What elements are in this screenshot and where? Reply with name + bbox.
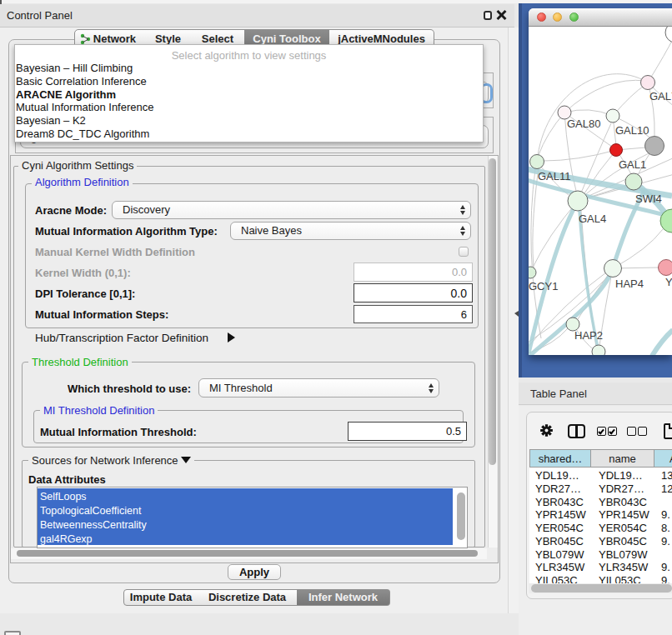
svg-text:HAP4: HAP4 <box>615 278 644 290</box>
svg-text:SWI4: SWI4 <box>635 192 662 205</box>
svg-text:GAL4: GAL4 <box>579 212 606 225</box>
svg-text:GAL11: GAL11 <box>538 170 571 182</box>
svg-text:GAL7: GAL7 <box>649 90 672 102</box>
svg-text:GAL80: GAL80 <box>567 118 600 130</box>
svg-text:GAL1: GAL1 <box>619 158 646 171</box>
svg-text:GCY1: GCY1 <box>529 280 558 292</box>
svg-text:GAL10: GAL10 <box>615 124 649 137</box>
svg-text:YM: YM <box>665 276 672 288</box>
svg-text:HAP2: HAP2 <box>574 329 603 342</box>
